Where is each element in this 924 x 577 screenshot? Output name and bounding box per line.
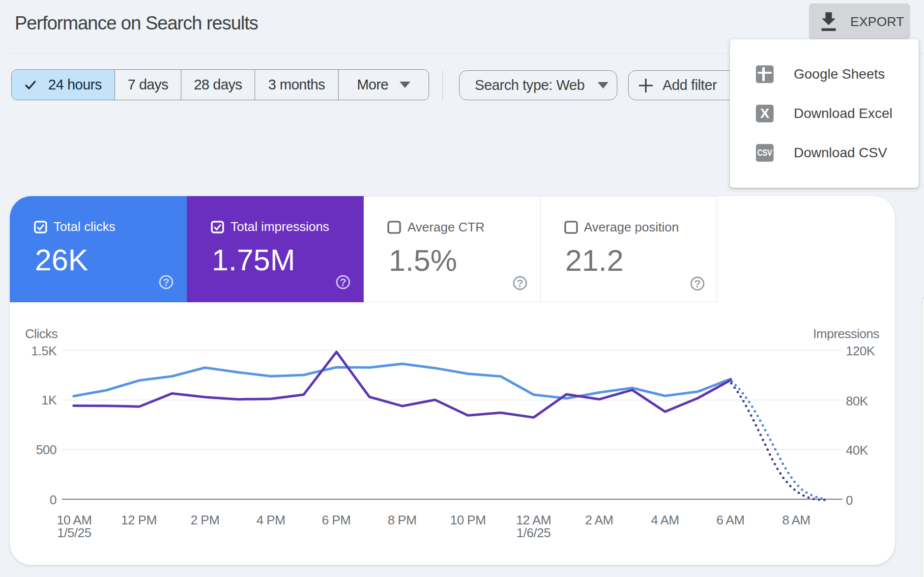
svg-text:?: ? bbox=[340, 276, 346, 288]
svg-text:?: ? bbox=[163, 276, 169, 288]
svg-text:?: ? bbox=[694, 278, 700, 290]
svg-text:?: ? bbox=[517, 277, 523, 289]
